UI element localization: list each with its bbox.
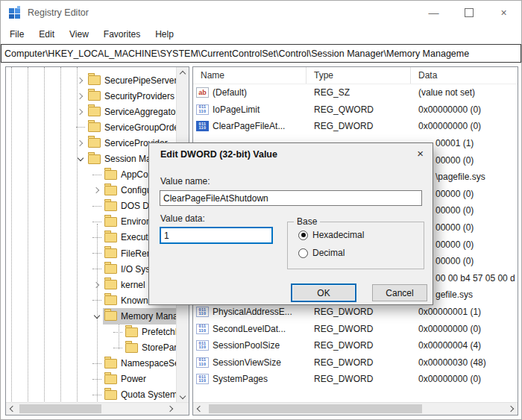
value-data: 0x00000004 (4) (411, 340, 518, 351)
folder-icon (104, 295, 117, 305)
tree-item-servicegrouporder[interactable]: ServiceGroupOrder (6, 119, 177, 135)
value-type: REG_DWORD (306, 121, 411, 131)
chevron-right-icon[interactable] (76, 139, 85, 148)
tree-item-label: Memory Management (121, 311, 177, 322)
tree-item-prefetchparameters[interactable]: PrefetchParameters (6, 325, 177, 340)
folder-icon (104, 248, 117, 258)
decimal-radio[interactable]: Decimal (298, 248, 345, 258)
maximize-button[interactable] (451, 1, 486, 25)
tree-item-serviceaggregator[interactable]: ServiceAggregator (6, 104, 177, 119)
radio-selected-icon[interactable] (298, 231, 308, 240)
menu-help[interactable]: Help (148, 29, 181, 40)
scrollbar-thumb[interactable] (209, 404, 422, 413)
menu-bar: File Edit View Favorites Help (1, 25, 521, 44)
scroll-left-icon[interactable] (6, 403, 18, 415)
base-group-label: Base (294, 216, 320, 227)
title-bar: Registry Editor — × (1, 1, 521, 25)
maximize-icon (465, 8, 474, 17)
chevron-right-icon[interactable] (76, 76, 85, 85)
minimize-button[interactable]: — (416, 1, 451, 25)
radio-unselected-icon[interactable] (298, 248, 308, 258)
cancel-button[interactable]: Cancel (372, 284, 427, 301)
column-header-name[interactable]: Name (193, 67, 306, 84)
tree-connector (76, 127, 85, 128)
value-type: REG_SZ (306, 87, 411, 98)
tree-item-securityproviders[interactable]: SecurityProviders (6, 88, 177, 104)
column-header-data[interactable]: Data (411, 67, 518, 84)
value-data-fragment: \pagefile.sys (435, 172, 485, 182)
value-data-fragment: gefile.sys (435, 289, 473, 300)
tree-connector (92, 222, 101, 222)
registry-value-row[interactable]: 011110SessionViewSizeREG_DWORD0x00000030… (193, 354, 518, 372)
dword-value-icon: 011110 (196, 357, 209, 368)
value-data-fragment: 00000 (0) (435, 205, 474, 216)
value-name-label: Value name: (160, 176, 210, 187)
folder-icon (104, 390, 117, 400)
value-data-fragment: 00000 (0) (435, 256, 474, 266)
string-value-icon: ab (196, 87, 209, 98)
registry-value-row[interactable]: 011110SystemPagesREG_DWORD0x00000000 (0) (193, 371, 518, 388)
value-name-field[interactable] (160, 190, 422, 206)
value-data: 0x00000000 (0) (411, 121, 518, 131)
address-input[interactable] (1, 45, 521, 62)
dword-value-icon: 011110 (196, 307, 209, 317)
registry-value-row[interactable]: 011110IoPageLimitREG_QWORD0x00000000 (0) (193, 101, 518, 119)
dialog-close-icon[interactable]: × (417, 147, 424, 160)
tree-item-power[interactable]: Power (6, 372, 177, 387)
value-data: 0x00000000 (0) (411, 324, 518, 334)
folder-icon (125, 343, 138, 353)
value-data-fragment: 00000 (0) (435, 239, 474, 250)
value-data-field[interactable] (160, 227, 273, 244)
tree-connector (92, 206, 101, 207)
tree-horizontal-scrollbar[interactable] (6, 402, 189, 415)
chevron-down-icon[interactable] (92, 312, 101, 321)
value-data: 0x00000001 (1) (411, 307, 518, 317)
chevron-down-icon[interactable] (76, 154, 85, 163)
registry-editor-app-icon (9, 7, 21, 19)
close-button[interactable]: × (486, 1, 521, 25)
scroll-right-icon[interactable] (506, 403, 518, 415)
chevron-right-icon[interactable] (92, 280, 101, 289)
scroll-up-icon[interactable] (177, 67, 189, 79)
value-data: 0x00000030 (48) (411, 357, 518, 368)
chevron-right-icon[interactable] (76, 107, 85, 116)
chevron-right-icon[interactable] (92, 186, 101, 195)
tree-item-securepipeservers[interactable]: SecurePipeServers (6, 72, 177, 88)
dword-value-icon: 011110 (196, 324, 209, 334)
scroll-right-icon[interactable] (165, 403, 177, 415)
folder-icon (88, 122, 101, 132)
hexadecimal-radio[interactable]: Hexadecimal (298, 230, 364, 240)
menu-favorites[interactable]: Favorites (96, 29, 148, 40)
value-type: REG_DWORD (306, 340, 411, 351)
scrollbar-thumb[interactable] (19, 404, 101, 413)
column-header-type[interactable]: Type (306, 67, 411, 84)
tree-connector (92, 253, 101, 254)
menu-file[interactable]: File (1, 29, 31, 40)
registry-value-row[interactable]: 011110PhysicalAddressE...REG_DWORD0x0000… (193, 304, 518, 321)
tree-item-quota-system[interactable]: Quota System (6, 387, 177, 403)
registry-value-row[interactable]: ab(Default)REG_SZ(value not set) (193, 84, 518, 101)
value-data: 0x00000000 (0) (411, 104, 518, 115)
window-title: Registry Editor (28, 7, 89, 18)
value-name: (Default) (213, 87, 247, 98)
value-data: 0x00000000 (0) (411, 374, 518, 384)
tree-item-namespaceseparation[interactable]: NamespaceSeparation (6, 356, 177, 372)
value-data-fragment: 00000 (0) (435, 222, 474, 233)
scroll-down-icon[interactable] (177, 391, 189, 403)
list-horizontal-scrollbar[interactable] (193, 402, 518, 415)
value-type: REG_DWORD (306, 307, 411, 317)
menu-edit[interactable]: Edit (31, 29, 62, 40)
tree-item-memory-management[interactable]: Memory Management (6, 308, 177, 324)
menu-view[interactable]: View (62, 29, 96, 40)
ok-button[interactable]: OK (291, 283, 356, 302)
scroll-left-icon[interactable] (193, 403, 205, 415)
folder-icon (125, 327, 138, 337)
tree-connector (92, 363, 101, 364)
tree-item-storeparameters[interactable]: StoreParameters (6, 340, 177, 356)
chevron-right-icon[interactable] (76, 92, 85, 101)
dword-value-icon: 011110 (196, 121, 209, 131)
registry-value-row[interactable]: 011110SecondLevelDat...REG_DWORD0x000000… (193, 320, 518, 337)
registry-value-row[interactable]: 011110SessionPoolSizeREG_DWORD0x00000004… (193, 337, 518, 354)
registry-value-row[interactable]: 011110ClearPageFileAt...REG_DWORD0x00000… (193, 118, 518, 135)
folder-icon (104, 217, 117, 227)
